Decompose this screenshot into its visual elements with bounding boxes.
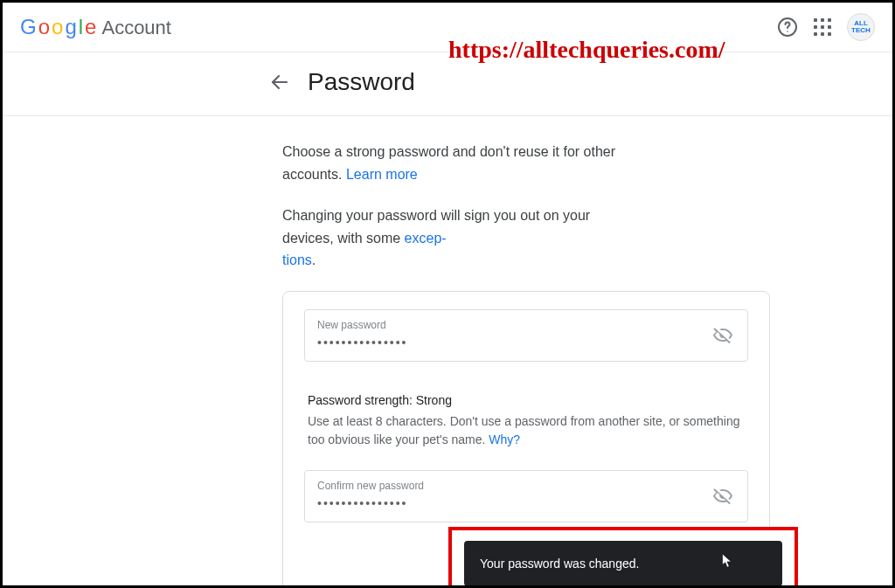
help-icon[interactable] [777, 17, 798, 38]
logo[interactable]: Google Account [20, 15, 171, 39]
toast-message: Your password was changed. [480, 557, 639, 571]
product-name: Account [101, 17, 171, 39]
visibility-off-icon[interactable] [712, 486, 733, 507]
page-title-row: Password [3, 52, 892, 116]
back-arrow-icon[interactable] [269, 72, 290, 93]
svg-point-1 [787, 31, 788, 32]
intro-text-2: Changing your password will sign you out… [282, 204, 632, 272]
apps-icon[interactable] [814, 18, 831, 36]
logo-letter: o [52, 15, 63, 39]
main-content: Choose a strong password and don't reuse… [3, 116, 632, 588]
confirm-password-label: Confirm new password [317, 480, 700, 492]
learn-more-link[interactable]: Learn more [346, 167, 418, 182]
logo-letter: l [79, 15, 83, 39]
new-password-value: ••••••••••••••• [317, 336, 408, 349]
watermark-overlay: https://alltechqueries.com/ [448, 36, 725, 64]
avatar[interactable]: ALL TECH [847, 13, 875, 41]
toast-highlight: Your password was changed. [448, 527, 798, 588]
logo-letter: e [85, 15, 96, 39]
logo-letter: o [38, 15, 50, 39]
page-title: Password [308, 68, 415, 96]
intro-text: Choose a strong password and don't reuse… [282, 141, 632, 185]
intro-line1: Choose a strong password and don't reuse… [282, 144, 615, 182]
strength-title: Password strength: Strong [308, 393, 745, 407]
logo-letter: g [65, 15, 76, 39]
new-password-field[interactable]: New password ••••••••••••••• [304, 309, 748, 362]
header-actions: ALL TECH [777, 13, 875, 41]
why-link[interactable]: Why? [489, 432, 520, 446]
cursor-icon [721, 553, 733, 569]
logo-letter: G [20, 15, 37, 39]
strength-desc: Use at least 8 characters. Don't use a p… [308, 412, 745, 449]
new-password-label: New password [317, 319, 700, 331]
app-header: Google Account ALL TECH [3, 3, 892, 52]
confirm-password-value: ••••••••••••••• [317, 496, 408, 510]
strength-section: Password strength: Strong Use at least 8… [304, 367, 748, 470]
confirm-password-field[interactable]: Confirm new password ••••••••••••••• [304, 470, 748, 522]
visibility-off-icon[interactable] [712, 325, 733, 346]
toast: Your password was changed. [464, 541, 782, 586]
